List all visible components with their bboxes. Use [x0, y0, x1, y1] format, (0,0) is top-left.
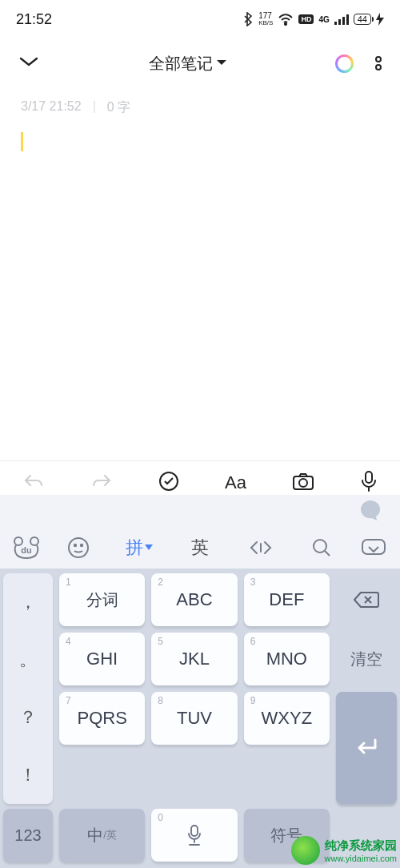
- key-7[interactable]: 7PQRS: [59, 692, 145, 745]
- wifi-icon: [278, 13, 294, 26]
- redo-button[interactable]: [90, 472, 113, 493]
- signal-icon: [334, 14, 349, 25]
- lang-key[interactable]: 中/英: [59, 809, 145, 862]
- svg-rect-20: [191, 826, 198, 836]
- kbd-feed: [0, 495, 400, 527]
- pinyin-tab[interactable]: 拼: [112, 536, 166, 560]
- svg-rect-2: [338, 19, 341, 25]
- kbd-grid: ， 。 ？ ！ 1分词 2ABC 3DEF 4GHI 5JKL 6MNO 清空 …: [0, 569, 400, 809]
- punct-exclaim[interactable]: ！: [3, 746, 53, 804]
- hide-keyboard-button[interactable]: [355, 537, 392, 558]
- notes-dropdown[interactable]: 全部笔记: [66, 53, 310, 74]
- charging-icon: [376, 13, 384, 26]
- caret-down-icon: [145, 545, 153, 551]
- text-cursor: [21, 132, 23, 151]
- svg-rect-1: [334, 22, 337, 25]
- undo-button[interactable]: [22, 472, 45, 493]
- smile-icon: [67, 536, 90, 559]
- chevron-down-icon: [18, 54, 40, 70]
- camera-icon: [292, 472, 314, 491]
- key-6[interactable]: 6MNO: [244, 633, 330, 685]
- svg-text:du: du: [21, 545, 31, 555]
- bear-icon: du: [12, 536, 41, 560]
- keyboard-down-icon: [360, 537, 387, 558]
- svg-point-17: [81, 545, 82, 546]
- backspace-key[interactable]: [336, 573, 397, 626]
- clock: 21:52: [16, 11, 52, 28]
- key-5[interactable]: 5JKL: [151, 633, 237, 685]
- enter-fill: [336, 809, 397, 862]
- note-body[interactable]: [0, 116, 400, 171]
- kbd-bottom-row: 123 中/英 0 符号: [0, 809, 400, 868]
- camera-button[interactable]: [292, 472, 314, 494]
- svg-point-15: [69, 538, 88, 557]
- svg-point-6: [376, 65, 381, 70]
- collapse-button[interactable]: [18, 54, 66, 73]
- kbd-tabs: du 拼 英: [0, 527, 400, 569]
- theme-button[interactable]: [335, 54, 354, 73]
- svg-point-9: [299, 479, 307, 487]
- voice-button[interactable]: [360, 470, 378, 496]
- check-circle-icon: [158, 471, 179, 492]
- keyboard: du 拼 英 ， 。 ？ ！ 1分词 2ABC 3DEF 4GHI 5JKL 6…: [0, 495, 400, 868]
- key-9[interactable]: 9WXYZ: [244, 692, 330, 745]
- code-icon: [249, 539, 273, 557]
- more-button[interactable]: [374, 54, 382, 72]
- svg-point-5: [376, 57, 381, 62]
- emoji-tab[interactable]: [51, 536, 106, 559]
- bluetooth-icon: [242, 12, 254, 26]
- checklist-button[interactable]: [158, 471, 179, 495]
- enter-key[interactable]: [336, 692, 397, 804]
- space-key[interactable]: 0: [151, 809, 237, 862]
- key-2[interactable]: 2ABC: [151, 573, 237, 626]
- status-right: 177KB/S HD 4G 44: [242, 12, 384, 26]
- status-bar: 21:52 177KB/S HD 4G 44: [0, 0, 400, 38]
- baidu-ime-button[interactable]: du: [8, 536, 45, 560]
- word-count: 0 字: [107, 99, 130, 116]
- svg-rect-3: [342, 17, 345, 25]
- code-tab[interactable]: [234, 539, 288, 557]
- battery: 44: [354, 14, 371, 25]
- symbol-key[interactable]: 符号: [244, 809, 330, 862]
- punct-period[interactable]: 。: [3, 631, 53, 689]
- backspace-icon: [353, 590, 380, 609]
- punct-question[interactable]: ？: [3, 689, 53, 746]
- hd-badge: HD: [298, 14, 314, 24]
- svg-rect-10: [366, 472, 372, 483]
- mic-space-icon: [186, 824, 202, 846]
- key-1[interactable]: 1分词: [59, 573, 145, 626]
- svg-point-0: [285, 23, 286, 25]
- svg-point-12: [14, 537, 22, 545]
- text-style-button[interactable]: Aa: [225, 472, 246, 493]
- punct-comma[interactable]: ，: [3, 573, 53, 631]
- svg-point-13: [30, 537, 38, 545]
- clear-key[interactable]: 清空: [336, 633, 397, 685]
- caret-down-icon: [216, 59, 227, 67]
- svg-rect-4: [346, 14, 349, 25]
- redo-icon: [90, 472, 113, 490]
- net-speed: 177KB/S: [258, 12, 273, 26]
- ai-assist-icon[interactable]: [358, 499, 382, 523]
- microphone-icon: [360, 470, 378, 492]
- svg-point-16: [74, 545, 76, 546]
- note-date: 3/17 21:52: [21, 99, 82, 116]
- english-tab[interactable]: 英: [173, 536, 227, 560]
- net-badge: 4G: [318, 15, 329, 24]
- note-meta: 3/17 21:52 | 0 字: [0, 88, 400, 116]
- app-header: 全部笔记: [0, 38, 400, 88]
- undo-icon: [22, 472, 45, 490]
- key-8[interactable]: 8TUV: [151, 692, 237, 745]
- enter-icon: [353, 737, 380, 759]
- punct-column: ， 。 ？ ！: [3, 573, 53, 804]
- svg-point-18: [314, 540, 326, 553]
- key-4[interactable]: 4GHI: [59, 633, 145, 685]
- num-key[interactable]: 123: [3, 809, 53, 862]
- page-title: 全部笔记: [149, 53, 213, 74]
- key-3[interactable]: 3DEF: [244, 573, 330, 626]
- search-tab[interactable]: [294, 537, 349, 558]
- search-icon: [311, 537, 332, 558]
